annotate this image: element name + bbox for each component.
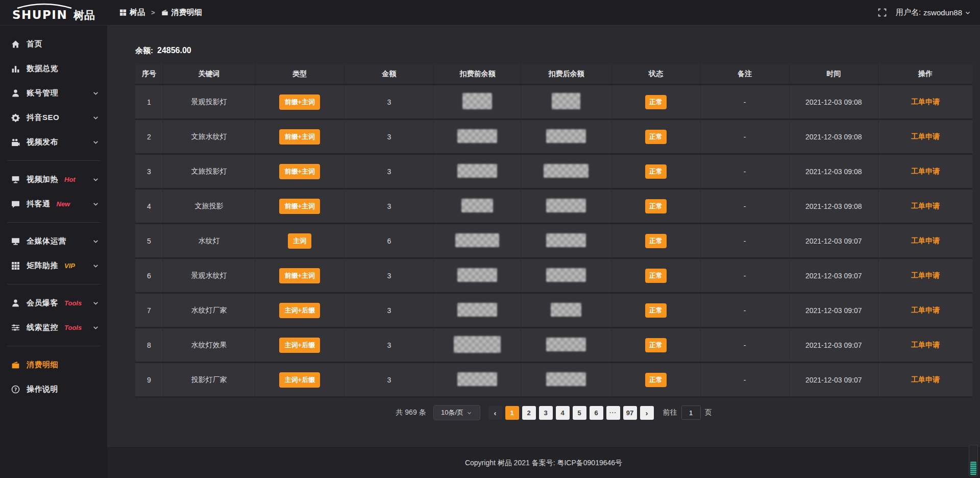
table-header-cell: 序号 [135, 64, 163, 85]
table-header-cell: 时间 [790, 64, 878, 85]
cell-time: 2021-12-03 09:07 [790, 328, 878, 363]
mini-scrollbar[interactable] [969, 445, 978, 476]
work-order-link[interactable]: 工单申请 [911, 98, 940, 106]
breadcrumb-item-consumption[interactable]: 消费明细 [161, 8, 202, 17]
page-button[interactable]: 3 [539, 406, 553, 420]
cell-type: 主词 [255, 224, 345, 259]
breadcrumb-item-shupin[interactable]: 树品 [119, 8, 145, 17]
user-menu[interactable]: 用户名: zswodun88 [896, 8, 971, 17]
sidebar-item-consumption-detail[interactable]: 消费明细 [0, 352, 107, 377]
fullscreen-icon[interactable] [878, 8, 887, 17]
cell-status: 正常 [612, 259, 701, 294]
sidebar-item-member-baoke[interactable]: 会员爆客 Tools [0, 291, 107, 315]
masked-value [546, 338, 586, 351]
page-button[interactable]: 5 [573, 406, 586, 420]
work-order-link[interactable]: 工单申请 [911, 236, 940, 245]
screen-icon [11, 175, 20, 184]
table-row: 3 文旅投影灯 前缀+主词 3 正常 - 2021-12-03 09:08 工单… [135, 155, 972, 189]
cell-keyword: 文旅投影灯 [163, 155, 255, 189]
page-button[interactable]: 2 [522, 406, 536, 420]
work-order-link[interactable]: 工单申请 [911, 167, 940, 175]
balance-row: 余额: 24856.00 [135, 46, 972, 56]
consumption-table: 序号关键词类型金额扣费前余额扣费后余额状态备注时间操作 1 景观投影灯 前缀+主… [135, 64, 972, 398]
page-button[interactable]: 1 [505, 406, 519, 420]
cell-keyword: 景观投影灯 [163, 85, 255, 120]
sidebar-item-label: 视频发布 [27, 137, 58, 147]
cell-keyword: 文旅水纹灯 [163, 120, 255, 155]
sidebar-item-home[interactable]: 首页 [0, 32, 107, 56]
sidebar-item-video-publish[interactable]: 视频发布 [0, 130, 107, 154]
sidebar-item-data-overview[interactable]: 数据总览 [0, 56, 107, 81]
cell-post-balance [521, 155, 611, 189]
type-badge: 前缀+主词 [279, 94, 320, 110]
svg-text:?: ? [14, 387, 17, 392]
page-button[interactable]: 6 [590, 406, 603, 420]
copyright-text: Copyright 树品 2021 备案号: 粤ICP备09019646号 [465, 459, 622, 468]
goto-page-input[interactable] [681, 405, 701, 420]
cell-action: 工单申请 [878, 224, 972, 259]
page-size-select[interactable]: 10条/页 [433, 405, 480, 420]
scrollbar-thumb[interactable] [970, 462, 976, 475]
masked-value [457, 129, 497, 143]
sidebar-item-clue-monitor[interactable]: 线索监控 Tools [0, 315, 107, 340]
pagination: 共 969 条 10条/页 ‹ 123456···97 › 前往 页 [135, 405, 972, 420]
cell-type: 主词+后缀 [255, 363, 345, 398]
next-page-button[interactable]: › [640, 406, 654, 420]
sidebar-item-all-media-operation[interactable]: 全媒体运营 [0, 229, 107, 253]
cell-type: 主词+后缀 [255, 328, 345, 363]
sidebar-item-badge: Tools [64, 299, 82, 307]
sidebar-item-matrix-boost[interactable]: 矩阵助推 VIP [0, 253, 107, 278]
cell-index: 4 [135, 189, 163, 224]
work-order-link[interactable]: 工单申请 [911, 271, 940, 279]
masked-value [457, 164, 497, 178]
app-logo: SHUPIN 树品 [0, 3, 107, 23]
cell-remark: - [701, 224, 790, 259]
cell-time: 2021-12-03 09:07 [790, 259, 878, 294]
user-icon [11, 299, 20, 307]
cell-pre-balance [434, 85, 521, 120]
cell-remark: - [701, 259, 790, 294]
sidebar-item-douyin-seo[interactable]: 抖音SEO [0, 105, 107, 130]
type-badge: 主词+后缀 [279, 338, 320, 353]
table-header-cell: 操作 [878, 64, 972, 85]
sidebar-item-account-management[interactable]: 账号管理 [0, 81, 107, 105]
cell-type: 主词+后缀 [255, 294, 345, 328]
work-order-link[interactable]: 工单申请 [911, 132, 940, 140]
sidebar-item-operation-guide[interactable]: ? 操作说明 [0, 377, 107, 401]
prev-page-button[interactable]: ‹ [488, 406, 502, 420]
type-badge: 主词+后缀 [279, 303, 320, 318]
sidebar-divider [7, 160, 100, 161]
work-order-link[interactable]: 工单申请 [911, 375, 940, 384]
work-order-link[interactable]: 工单申请 [911, 306, 940, 314]
work-order-link[interactable]: 工单申请 [911, 341, 940, 349]
cell-index: 2 [135, 120, 163, 155]
masked-value [457, 372, 497, 386]
cell-keyword: 水纹灯厂家 [163, 294, 255, 328]
cell-type: 前缀+主词 [255, 120, 345, 155]
cell-amount: 6 [345, 224, 434, 259]
sidebar-item-label: 线索监控 [27, 323, 58, 332]
table-row: 6 景观水纹灯 前缀+主词 3 正常 - 2021-12-03 09:07 工单… [135, 259, 972, 294]
table-header-cell: 金额 [345, 64, 434, 85]
breadcrumb-separator: > [151, 9, 155, 16]
sidebar-divider [7, 346, 100, 346]
cell-keyword: 投影灯厂家 [163, 363, 255, 398]
cell-index: 3 [135, 155, 163, 189]
table-header-cell: 关键词 [163, 64, 255, 85]
page-button[interactable]: 97 [623, 406, 637, 420]
type-badge: 前缀+主词 [279, 199, 320, 214]
chevron-down-icon [92, 201, 99, 207]
cell-remark: - [701, 328, 790, 363]
sidebar-item-video-heating[interactable]: 视频加热 Hot [0, 167, 107, 192]
sidebar-item-label: 抖音SEO [27, 113, 59, 123]
page-ellipsis[interactable]: ··· [606, 406, 620, 420]
chevron-down-icon [92, 324, 99, 331]
type-badge: 前缀+主词 [279, 268, 320, 283]
breadcrumb-label: 消费明细 [172, 8, 202, 17]
cell-time: 2021-12-03 09:08 [790, 189, 878, 224]
sidebar-item-douketong[interactable]: 抖客通 New [0, 192, 107, 216]
dashboard-icon [119, 9, 127, 16]
page-button[interactable]: 4 [556, 406, 570, 420]
sidebar-item-label: 操作说明 [27, 385, 58, 394]
work-order-link[interactable]: 工单申请 [911, 202, 940, 210]
